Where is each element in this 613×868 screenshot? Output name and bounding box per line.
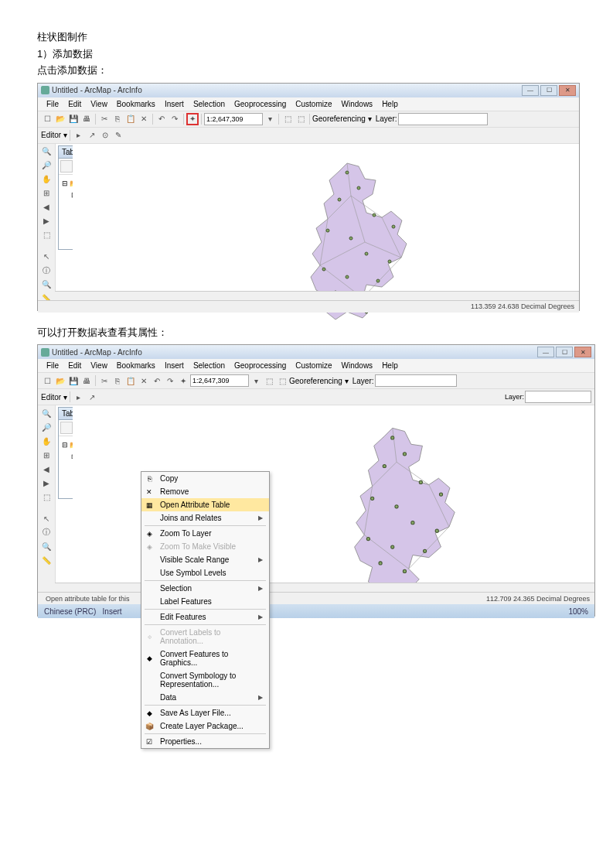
menu-bookmarks[interactable]: Bookmarks xyxy=(113,99,159,109)
identify-icon[interactable]: ⓘ xyxy=(40,526,53,538)
ctx-scale-range[interactable]: Visible Scale Range▶ xyxy=(141,553,269,566)
ctx-save-layer[interactable]: ◆Save As Layer File... xyxy=(141,706,269,719)
measure-icon[interactable]: 📏 xyxy=(40,554,53,566)
tool-icon[interactable]: ▸ xyxy=(73,391,85,403)
editor-menu[interactable]: Editor ▾ xyxy=(41,393,67,402)
menu-edit[interactable]: Edit xyxy=(64,361,85,371)
toc-list-by-drawing-icon[interactable] xyxy=(60,160,73,173)
redo-icon[interactable]: ↷ xyxy=(169,113,181,125)
minimize-button[interactable]: — xyxy=(522,85,539,96)
close-button[interactable]: ✕ xyxy=(574,347,591,357)
minimize-button[interactable]: — xyxy=(537,347,554,357)
toc-list-icon[interactable] xyxy=(60,422,73,434)
menu-view[interactable]: View xyxy=(87,99,111,109)
ctx-convert-graphics[interactable]: ◆Convert Features to Graphics... xyxy=(141,648,269,669)
layer-combo[interactable] xyxy=(375,374,457,387)
redo-icon[interactable]: ↷ xyxy=(164,374,176,387)
ctx-convert-rep[interactable]: Convert Symbology to Representation... xyxy=(141,669,269,691)
pan-icon[interactable]: ✋ xyxy=(40,435,53,447)
full-extent-icon[interactable]: ⊞ xyxy=(40,187,53,200)
menu-customize[interactable]: Customize xyxy=(291,361,335,371)
georef-label[interactable]: Georeferencing ▾ xyxy=(289,377,349,385)
ctx-create-package[interactable]: 📦Create Layer Package... xyxy=(141,719,269,733)
georef-label[interactable]: Georeferencing ▾ xyxy=(312,114,372,123)
menu-selection[interactable]: Selection xyxy=(189,99,229,109)
menu-geoprocessing[interactable]: Geoprocessing xyxy=(230,99,290,109)
save-icon[interactable]: 💾 xyxy=(67,374,80,387)
ctx-selection[interactable]: Selection▶ xyxy=(141,582,269,595)
zoom-level[interactable]: 100% xyxy=(568,607,588,616)
scale-input[interactable]: 1:2,647,309 xyxy=(190,374,249,387)
scale-dropdown-icon[interactable]: ▾ xyxy=(250,374,262,387)
print-icon[interactable]: 🖶 xyxy=(80,113,93,125)
zoom-in-icon[interactable]: 🔍 xyxy=(40,407,53,419)
undo-icon[interactable]: ↶ xyxy=(151,374,163,387)
scale-dropdown-icon[interactable]: ▾ xyxy=(264,113,276,125)
editor-menu[interactable]: Editor ▾ xyxy=(41,131,67,139)
ctx-label-features[interactable]: Label Features xyxy=(141,595,269,608)
add-data-button[interactable]: ✦ xyxy=(186,113,199,125)
cut-icon[interactable]: ✂ xyxy=(98,374,111,387)
tool-icon[interactable]: ↗ xyxy=(86,129,98,142)
open-icon[interactable]: 📂 xyxy=(54,374,66,387)
menu-bookmarks[interactable]: Bookmarks xyxy=(113,361,159,371)
select-icon[interactable]: ⬚ xyxy=(40,490,53,503)
editor-toolbar-icon[interactable]: ⬚ xyxy=(281,113,294,125)
tool-icon[interactable]: ⊙ xyxy=(99,129,111,142)
open-icon[interactable]: 📂 xyxy=(54,113,66,125)
menu-customize[interactable]: Customize xyxy=(291,99,335,109)
menu-insert[interactable]: Insert xyxy=(161,99,188,109)
tool-icon[interactable]: ↗ xyxy=(86,391,98,403)
ctx-open-attribute-table[interactable]: ▦Open Attribute Table xyxy=(141,498,269,511)
ctx-remove[interactable]: ✕Remove xyxy=(141,485,269,498)
menu-insert[interactable]: Insert xyxy=(161,361,188,371)
ctx-data[interactable]: Data▶ xyxy=(141,691,269,704)
menu-geoprocessing[interactable]: Geoprocessing xyxy=(230,361,290,371)
copy-icon[interactable]: ⎘ xyxy=(111,374,124,387)
toolbar-icon[interactable]: ⬚ xyxy=(276,374,288,387)
maximize-button[interactable]: ☐ xyxy=(540,85,557,96)
zoom-in-icon[interactable]: 🔍 xyxy=(40,145,53,158)
undo-icon[interactable]: ↶ xyxy=(155,113,168,125)
menu-selection[interactable]: Selection xyxy=(189,361,229,371)
layer-combo[interactable] xyxy=(398,113,488,125)
toolbar-icon[interactable]: ⬚ xyxy=(263,374,275,387)
print-icon[interactable]: 🖶 xyxy=(80,374,93,387)
close-button[interactable]: ✕ xyxy=(559,85,576,96)
menu-windows[interactable]: Windows xyxy=(338,99,377,109)
pointer-icon[interactable]: ↖ xyxy=(40,251,53,263)
tool-icon[interactable]: ✎ xyxy=(112,129,124,142)
layer-combo-2[interactable] xyxy=(525,391,591,403)
zoom-out-icon[interactable]: 🔎 xyxy=(40,159,53,172)
paste-icon[interactable]: 📋 xyxy=(124,374,137,387)
menu-help[interactable]: Help xyxy=(378,361,402,371)
maximize-button[interactable]: ☐ xyxy=(556,347,573,357)
pan-icon[interactable]: ✋ xyxy=(40,173,53,186)
menu-view[interactable]: View xyxy=(87,361,111,371)
zoom-out-icon[interactable]: 🔎 xyxy=(40,421,53,433)
save-icon[interactable]: 💾 xyxy=(67,113,80,125)
menu-file[interactable]: File xyxy=(43,361,63,371)
copy-icon[interactable]: ⎘ xyxy=(111,113,124,125)
menu-file[interactable]: File xyxy=(43,99,63,109)
add-data-button[interactable]: ✦ xyxy=(177,374,189,387)
ctx-symbol-levels[interactable]: Use Symbol Levels xyxy=(141,566,269,579)
ctx-joins[interactable]: Joins and Relates▶ xyxy=(141,511,269,525)
scale-input[interactable]: 1:2,647,309 xyxy=(204,113,263,125)
find-icon[interactable]: 🔍 xyxy=(40,279,53,291)
lang-indicator[interactable]: Chinese (PRC) xyxy=(44,607,96,616)
delete-icon[interactable]: ✕ xyxy=(138,113,150,125)
toolbar-icon[interactable]: ⬚ xyxy=(295,113,307,125)
zoom-next-icon[interactable]: ▶ xyxy=(40,215,53,227)
zoom-prev-icon[interactable]: ◀ xyxy=(40,463,53,475)
full-extent-icon[interactable]: ⊞ xyxy=(40,449,53,461)
new-icon[interactable]: ☐ xyxy=(41,113,53,125)
tool-icon[interactable]: ▸ xyxy=(73,129,85,142)
paste-icon[interactable]: 📋 xyxy=(124,113,137,125)
new-icon[interactable]: ☐ xyxy=(41,374,53,387)
menu-edit[interactable]: Edit xyxy=(64,99,85,109)
ctx-zoom-layer[interactable]: ◈Zoom To Layer xyxy=(141,527,269,540)
ctx-properties[interactable]: ☑Properties... xyxy=(141,735,269,748)
identify-icon[interactable]: ⓘ xyxy=(40,265,53,277)
zoom-prev-icon[interactable]: ◀ xyxy=(40,201,53,214)
